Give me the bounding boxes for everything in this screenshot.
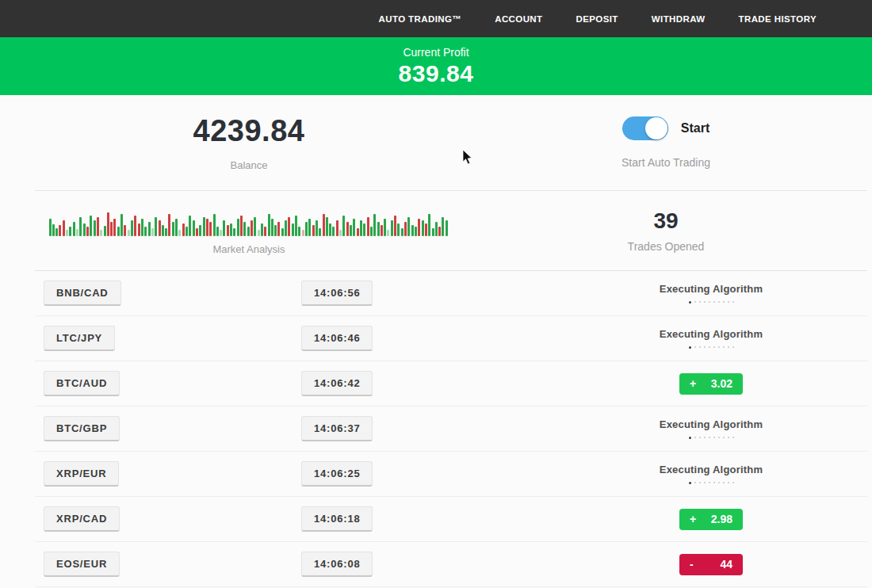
market-bar — [131, 220, 133, 236]
market-bar — [295, 216, 297, 236]
market-bar — [193, 220, 195, 236]
market-bar — [175, 219, 178, 236]
market-bar — [69, 227, 71, 236]
market-bar — [281, 228, 284, 236]
auto-trading-toggle-block: Start Start Auto Trading — [465, 95, 867, 190]
market-bar — [90, 216, 92, 236]
trade-row: BTC/GBP 14:06:37 Executing Algorithm — [35, 407, 867, 452]
market-bar — [407, 217, 410, 236]
executing-progress-dots — [687, 345, 736, 348]
market-bar — [49, 219, 52, 236]
market-bar — [100, 230, 102, 236]
market-bar — [381, 225, 383, 236]
trade-row: LTC/JPY 14:06:46 Executing Algorithm — [35, 316, 867, 361]
market-bar — [292, 223, 294, 236]
nav-item-account[interactable]: ACCOUNT — [495, 14, 542, 24]
market-bar — [162, 225, 164, 236]
profit-badge: +2.98 — [679, 509, 743, 530]
nav-item-deposit[interactable]: DEPOSIT — [576, 14, 618, 24]
market-bar — [391, 220, 393, 236]
market-bar — [165, 228, 167, 236]
market-bar — [97, 217, 99, 236]
executing-progress-dots — [687, 300, 736, 303]
market-bar — [159, 220, 161, 236]
pair-chip: BNB/CAD — [44, 281, 121, 306]
market-bar — [237, 219, 239, 236]
market-bar — [387, 230, 389, 236]
market-bar — [404, 222, 407, 236]
market-bar — [233, 228, 235, 236]
toggle-knob[interactable] — [645, 117, 667, 139]
trade-status-cell: +2.98 — [590, 497, 832, 541]
market-bar — [394, 216, 396, 236]
pair-chip: BTC/GBP — [44, 416, 120, 441]
market-bar — [312, 225, 315, 236]
nav-item-auto-trading[interactable]: AUTO TRADING™ — [379, 14, 462, 24]
market-bar — [367, 217, 369, 236]
market-bar — [316, 220, 318, 236]
executing-algorithm-label: Executing Algorithm — [660, 464, 763, 475]
market-analysis-chart — [49, 206, 449, 236]
market-bar — [182, 223, 185, 236]
market-bar — [128, 230, 130, 236]
executing-algorithm-label: Executing Algorithm — [660, 283, 763, 295]
profit-badge: +3.02 — [679, 373, 743, 395]
market-analysis-label: Market Analysis — [212, 243, 285, 255]
trade-status-cell: -44 — [590, 542, 832, 586]
market-bar — [329, 223, 331, 236]
market-bar — [120, 214, 123, 236]
market-bar — [76, 229, 78, 236]
nav-item-trade-history[interactable]: TRADE HISTORY — [739, 14, 817, 24]
market-bar — [196, 228, 198, 236]
time-chip: 14:06:18 — [301, 506, 373, 532]
trade-row: EOS/EUR 14:06:08 -44 — [35, 542, 867, 587]
time-chip: 14:06:56 — [301, 281, 373, 306]
market-bar — [83, 223, 86, 236]
market-bar — [117, 227, 120, 236]
market-bar — [302, 230, 304, 236]
pair-chip: EOS/EUR — [44, 552, 120, 577]
market-bar — [223, 220, 225, 236]
market-bar — [134, 216, 136, 236]
trades-opened-label: Trades Opened — [628, 240, 705, 253]
market-bar — [428, 214, 430, 236]
market-bar — [185, 227, 188, 236]
market-bar — [113, 219, 116, 236]
trade-rows-table: BNB/CAD 14:06:56 Executing Algorithm LTC… — [35, 270, 867, 587]
market-bar — [384, 219, 386, 236]
market-bar — [203, 217, 205, 236]
current-profit-label: Current Profit — [403, 46, 469, 59]
market-bar — [298, 227, 300, 236]
market-bar — [209, 222, 212, 236]
trade-row: BNB/CAD 14:06:56 Executing Algorithm — [35, 271, 867, 316]
trade-row: XRP/CAD 14:06:18 +2.98 — [35, 497, 867, 542]
executing-progress-dots — [687, 480, 736, 483]
market-bar — [261, 223, 263, 236]
market-bar — [206, 219, 208, 236]
trade-status-cell: Executing Algorithm — [590, 452, 832, 496]
market-bar — [377, 222, 380, 236]
market-bar — [73, 222, 75, 236]
market-bar — [151, 228, 154, 236]
nav-item-withdraw[interactable]: WITHDRAW — [652, 14, 706, 24]
market-bar — [336, 220, 338, 236]
balance-label: Balance — [231, 159, 268, 171]
market-bar — [342, 216, 345, 236]
market-bar — [411, 225, 414, 236]
market-bar — [138, 223, 140, 236]
toggle-start-label: Start — [681, 121, 709, 136]
time-chip: 14:06:42 — [301, 371, 373, 396]
market-bar — [172, 222, 174, 236]
balance-block: 4239.84 Balance — [35, 95, 463, 190]
market-bar — [308, 219, 311, 236]
market-bar — [415, 227, 417, 236]
market-bar — [79, 217, 82, 236]
top-nav: AUTO TRADING™ ACCOUNT DEPOSIT WITHDRAW T… — [0, 0, 872, 37]
market-bar — [52, 224, 55, 236]
market-bar — [323, 214, 325, 236]
market-bar — [435, 222, 438, 236]
market-bar — [326, 217, 328, 236]
trade-status-cell: +3.02 — [590, 361, 832, 406]
market-bar — [66, 230, 68, 236]
start-auto-trading-toggle[interactable] — [622, 116, 668, 140]
